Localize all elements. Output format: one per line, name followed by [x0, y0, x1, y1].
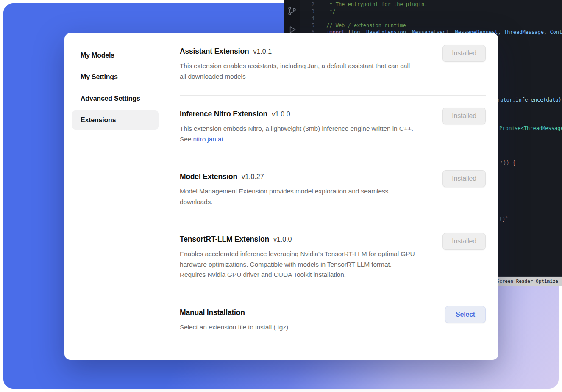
sidebar-item-my-settings[interactable]: My Settings: [72, 67, 159, 86]
sidebar-item-label: My Settings: [81, 73, 118, 81]
extension-description: Enables accelerated inference leveraging…: [180, 249, 415, 280]
settings-sidebar: My Models My Settings Advanced Settings …: [64, 33, 165, 360]
installed-button[interactable]: Installed: [442, 233, 486, 250]
sidebar-item-label: Advanced Settings: [81, 95, 140, 102]
extension-description: Model Management Extension provides mode…: [180, 186, 415, 207]
code-fragment: ')) {: [500, 160, 515, 166]
line-number: 2: [300, 1, 314, 8]
extension-version: v1.0.0: [272, 110, 290, 118]
manual-installation-description: Select an extension file to install (.tg…: [180, 322, 415, 333]
extension-version: v1.0.1: [253, 48, 272, 55]
sidebar-item-extensions[interactable]: Extensions: [72, 110, 159, 130]
extension-description: This extension enables assistants, inclu…: [180, 61, 415, 82]
code-line: 2 * The entrypoint for the plugin.: [300, 1, 562, 8]
extension-title-row: TensortRT-LLM Extension v1.0.0: [180, 235, 486, 244]
code-text: */: [326, 8, 336, 15]
extension-description: This extension embeds Nitro, a lightweig…: [180, 124, 415, 144]
extension-name: TensortRT-LLM Extension: [180, 235, 269, 244]
code-line: 5 // Web / extension runtime: [300, 22, 562, 29]
description-text: This extension enables assistants, inclu…: [180, 62, 410, 80]
settings-panel: My Models My Settings Advanced Settings …: [64, 33, 498, 360]
extension-title-row: Assistant Extension v1.0.1: [180, 47, 486, 56]
line-number: 3: [300, 8, 314, 15]
installed-button[interactable]: Installed: [442, 45, 486, 62]
extension-row: TensortRT-LLM Extension v1.0.0 Enables a…: [180, 221, 486, 294]
line-number: 5: [300, 22, 314, 29]
extensions-list: Assistant Extension v1.0.1 This extensio…: [165, 33, 498, 360]
extension-row: Assistant Extension v1.0.1 This extensio…: [180, 33, 486, 96]
sidebar-item-advanced-settings[interactable]: Advanced Settings: [72, 89, 159, 108]
extension-version: v1.0.0: [273, 236, 292, 243]
extension-row: Model Extension v1.0.27 Model Management…: [180, 158, 486, 221]
code-line: 4: [300, 15, 562, 22]
nitro-jan-ai-link[interactable]: nitro.jan.ai: [193, 135, 223, 143]
manual-installation-title: Manual Installation: [180, 308, 245, 317]
code-text: // Web / extension runtime: [326, 22, 406, 29]
extension-row: Inference Nitro Extension v1.0.0 This ex…: [180, 96, 486, 158]
extension-title-row: Model Extension v1.0.27: [180, 172, 486, 181]
line-number: 4: [300, 15, 314, 22]
screen-reader-badge[interactable]: Screen Reader Optimize: [492, 277, 562, 286]
sidebar-item-label: Extensions: [81, 116, 116, 124]
code-fragment: Promise<ThreadMessage>: [499, 125, 562, 131]
code-fragment: rator.inference(data));: [497, 97, 562, 103]
extension-name: Model Extension: [180, 172, 237, 181]
extension-title-row: Inference Nitro Extension v1.0.0: [180, 110, 486, 119]
extension-title-row: Manual Installation: [180, 308, 486, 317]
code-area: 2 * The entrypoint for the plugin. 3 */ …: [300, 1, 562, 36]
description-text: Model Management Extension provides mode…: [180, 188, 388, 205]
select-file-button[interactable]: Select: [445, 306, 486, 323]
code-fragment: t}`: [499, 216, 509, 222]
manual-installation-row: Manual Installation Select an extension …: [180, 294, 486, 346]
source-control-icon[interactable]: [287, 6, 297, 16]
code-line: 3 */: [300, 8, 562, 15]
sidebar-item-my-models[interactable]: My Models: [72, 46, 159, 65]
description-text: Select an extension file to install (.tg…: [180, 323, 288, 331]
extension-version: v1.0.27: [242, 173, 264, 181]
description-text: .: [223, 135, 225, 143]
sidebar-item-label: My Models: [81, 52, 114, 59]
installed-button[interactable]: Installed: [442, 170, 486, 187]
installed-button[interactable]: Installed: [442, 108, 486, 124]
extension-name: Inference Nitro Extension: [180, 110, 267, 119]
description-text: Enables accelerated inference leveraging…: [180, 250, 415, 278]
extension-name: Assistant Extension: [180, 47, 249, 56]
code-text: * The entrypoint for the plugin.: [326, 1, 427, 8]
